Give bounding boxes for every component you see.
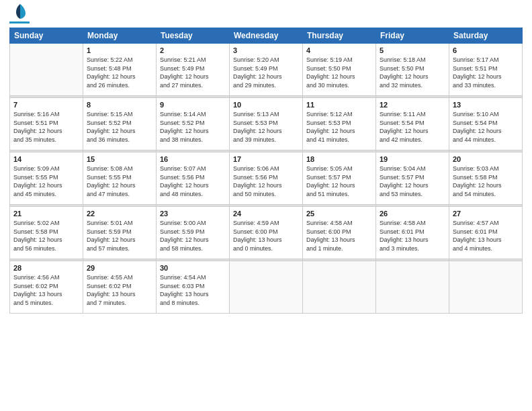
- calendar-cell: [10, 44, 83, 96]
- calendar-cell: 9Sunrise: 5:14 AM Sunset: 5:52 PM Daylig…: [157, 98, 230, 150]
- day-number: 21: [13, 210, 79, 218]
- day-info: Sunrise: 5:03 AM Sunset: 5:58 PM Dayligh…: [453, 165, 519, 198]
- day-number: 15: [87, 155, 152, 163]
- day-info: Sunrise: 5:21 AM Sunset: 5:49 PM Dayligh…: [160, 56, 226, 89]
- calendar-table: SundayMondayTuesdayWednesdayThursdayFrid…: [9, 28, 523, 314]
- day-number: 3: [233, 46, 299, 54]
- calendar-cell: 19Sunrise: 5:04 AM Sunset: 5:57 PM Dayli…: [376, 152, 449, 205]
- day-number: 7: [13, 101, 79, 109]
- calendar-cell: 30Sunrise: 4:54 AM Sunset: 6:03 PM Dayli…: [157, 261, 230, 314]
- calendar-header-row: SundayMondayTuesdayWednesdayThursdayFrid…: [10, 28, 523, 44]
- calendar-cell: 10Sunrise: 5:13 AM Sunset: 5:53 PM Dayli…: [230, 98, 303, 150]
- day-number: 26: [380, 210, 445, 218]
- calendar-cell: 17Sunrise: 5:06 AM Sunset: 5:56 PM Dayli…: [230, 152, 303, 205]
- calendar-cell: 23Sunrise: 5:00 AM Sunset: 5:59 PM Dayli…: [157, 207, 230, 259]
- calendar-cell: 15Sunrise: 5:08 AM Sunset: 5:55 PM Dayli…: [83, 152, 157, 205]
- day-number: 27: [453, 210, 519, 218]
- day-number: 29: [87, 264, 152, 272]
- calendar-cell: 4Sunrise: 5:19 AM Sunset: 5:50 PM Daylig…: [303, 44, 376, 96]
- day-info: Sunrise: 4:55 AM Sunset: 6:02 PM Dayligh…: [87, 273, 152, 307]
- day-number: 16: [160, 155, 226, 163]
- logo: [9, 7, 30, 24]
- calendar-week-1: 1Sunrise: 5:22 AM Sunset: 5:48 PM Daylig…: [10, 44, 523, 96]
- calendar-cell: 8Sunrise: 5:15 AM Sunset: 5:52 PM Daylig…: [83, 98, 157, 150]
- calendar-header-friday: Friday: [376, 28, 449, 44]
- day-info: Sunrise: 5:18 AM Sunset: 5:50 PM Dayligh…: [380, 56, 445, 89]
- calendar-cell: 28Sunrise: 4:56 AM Sunset: 6:02 PM Dayli…: [10, 261, 83, 314]
- calendar-cell: 22Sunrise: 5:01 AM Sunset: 5:59 PM Dayli…: [83, 207, 157, 259]
- calendar-cell: 7Sunrise: 5:16 AM Sunset: 5:51 PM Daylig…: [10, 98, 83, 150]
- day-info: Sunrise: 4:58 AM Sunset: 6:00 PM Dayligh…: [306, 219, 372, 253]
- calendar-cell: 3Sunrise: 5:20 AM Sunset: 5:49 PM Daylig…: [230, 44, 303, 96]
- calendar-cell: 2Sunrise: 5:21 AM Sunset: 5:49 PM Daylig…: [157, 44, 230, 96]
- calendar-cell: 20Sunrise: 5:03 AM Sunset: 5:58 PM Dayli…: [449, 152, 523, 205]
- calendar-cell: 5Sunrise: 5:18 AM Sunset: 5:50 PM Daylig…: [376, 44, 449, 96]
- day-info: Sunrise: 5:05 AM Sunset: 5:57 PM Dayligh…: [306, 165, 372, 198]
- calendar-cell: 18Sunrise: 5:05 AM Sunset: 5:57 PM Dayli…: [303, 152, 376, 205]
- calendar-cell: [303, 261, 376, 314]
- header: [9, 7, 523, 24]
- calendar-cell: [376, 261, 449, 314]
- calendar-header-saturday: Saturday: [449, 28, 523, 44]
- calendar-cell: [449, 261, 523, 314]
- day-number: 11: [306, 101, 372, 109]
- calendar-cell: 1Sunrise: 5:22 AM Sunset: 5:48 PM Daylig…: [83, 44, 157, 96]
- day-number: 10: [233, 101, 299, 109]
- day-info: Sunrise: 5:12 AM Sunset: 5:53 PM Dayligh…: [306, 110, 372, 144]
- calendar-cell: 29Sunrise: 4:55 AM Sunset: 6:02 PM Dayli…: [83, 261, 157, 314]
- day-number: 19: [380, 155, 445, 163]
- day-info: Sunrise: 5:06 AM Sunset: 5:56 PM Dayligh…: [233, 165, 299, 198]
- day-number: 13: [453, 101, 519, 109]
- logo-underline: [9, 21, 30, 24]
- calendar-header-wednesday: Wednesday: [230, 28, 303, 44]
- day-number: 25: [306, 210, 372, 218]
- day-info: Sunrise: 5:19 AM Sunset: 5:50 PM Dayligh…: [306, 56, 372, 89]
- day-info: Sunrise: 5:13 AM Sunset: 5:53 PM Dayligh…: [233, 110, 299, 144]
- calendar-cell: 25Sunrise: 4:58 AM Sunset: 6:00 PM Dayli…: [303, 207, 376, 259]
- day-number: 20: [453, 155, 519, 163]
- calendar-week-5: 28Sunrise: 4:56 AM Sunset: 6:02 PM Dayli…: [10, 261, 523, 314]
- day-info: Sunrise: 4:58 AM Sunset: 6:01 PM Dayligh…: [380, 219, 445, 253]
- calendar-cell: 11Sunrise: 5:12 AM Sunset: 5:53 PM Dayli…: [303, 98, 376, 150]
- page: SundayMondayTuesdayWednesdayThursdayFrid…: [0, 0, 532, 411]
- calendar-header-sunday: Sunday: [10, 28, 83, 44]
- day-number: 2: [160, 46, 226, 54]
- day-info: Sunrise: 4:54 AM Sunset: 6:03 PM Dayligh…: [160, 273, 226, 307]
- day-info: Sunrise: 5:20 AM Sunset: 5:49 PM Dayligh…: [233, 56, 299, 89]
- calendar-week-3: 14Sunrise: 5:09 AM Sunset: 5:55 PM Dayli…: [10, 152, 523, 205]
- day-number: 9: [160, 101, 226, 109]
- calendar-cell: 27Sunrise: 4:57 AM Sunset: 6:01 PM Dayli…: [449, 207, 523, 259]
- day-number: 8: [87, 101, 152, 109]
- day-info: Sunrise: 5:10 AM Sunset: 5:54 PM Dayligh…: [453, 110, 519, 144]
- day-number: 17: [233, 155, 299, 163]
- day-info: Sunrise: 5:00 AM Sunset: 5:59 PM Dayligh…: [160, 219, 226, 253]
- calendar-cell: 16Sunrise: 5:07 AM Sunset: 5:56 PM Dayli…: [157, 152, 230, 205]
- day-number: 4: [306, 46, 372, 54]
- calendar-header-thursday: Thursday: [303, 28, 376, 44]
- calendar-header-monday: Monday: [83, 28, 157, 44]
- day-info: Sunrise: 5:17 AM Sunset: 5:51 PM Dayligh…: [453, 56, 519, 89]
- calendar-cell: 24Sunrise: 4:59 AM Sunset: 6:00 PM Dayli…: [230, 207, 303, 259]
- calendar-cell: 13Sunrise: 5:10 AM Sunset: 5:54 PM Dayli…: [449, 98, 523, 150]
- day-info: Sunrise: 5:11 AM Sunset: 5:54 PM Dayligh…: [380, 110, 445, 144]
- day-number: 22: [87, 210, 152, 218]
- calendar-cell: 14Sunrise: 5:09 AM Sunset: 5:55 PM Dayli…: [10, 152, 83, 205]
- day-number: 1: [87, 46, 152, 54]
- day-number: 5: [380, 46, 445, 54]
- calendar-week-2: 7Sunrise: 5:16 AM Sunset: 5:51 PM Daylig…: [10, 98, 523, 150]
- logo-icon: [11, 1, 30, 20]
- calendar-cell: 12Sunrise: 5:11 AM Sunset: 5:54 PM Dayli…: [376, 98, 449, 150]
- day-number: 28: [13, 264, 79, 272]
- day-info: Sunrise: 5:16 AM Sunset: 5:51 PM Dayligh…: [13, 110, 79, 144]
- calendar-cell: [230, 261, 303, 314]
- day-info: Sunrise: 5:14 AM Sunset: 5:52 PM Dayligh…: [160, 110, 226, 144]
- calendar-cell: 26Sunrise: 4:58 AM Sunset: 6:01 PM Dayli…: [376, 207, 449, 259]
- calendar-cell: 21Sunrise: 5:02 AM Sunset: 5:58 PM Dayli…: [10, 207, 83, 259]
- day-info: Sunrise: 4:59 AM Sunset: 6:00 PM Dayligh…: [233, 219, 299, 253]
- day-number: 18: [306, 155, 372, 163]
- calendar-header-tuesday: Tuesday: [157, 28, 230, 44]
- day-number: 12: [380, 101, 445, 109]
- day-info: Sunrise: 4:57 AM Sunset: 6:01 PM Dayligh…: [453, 219, 519, 253]
- day-info: Sunrise: 5:08 AM Sunset: 5:55 PM Dayligh…: [87, 165, 152, 198]
- day-info: Sunrise: 4:56 AM Sunset: 6:02 PM Dayligh…: [13, 273, 79, 307]
